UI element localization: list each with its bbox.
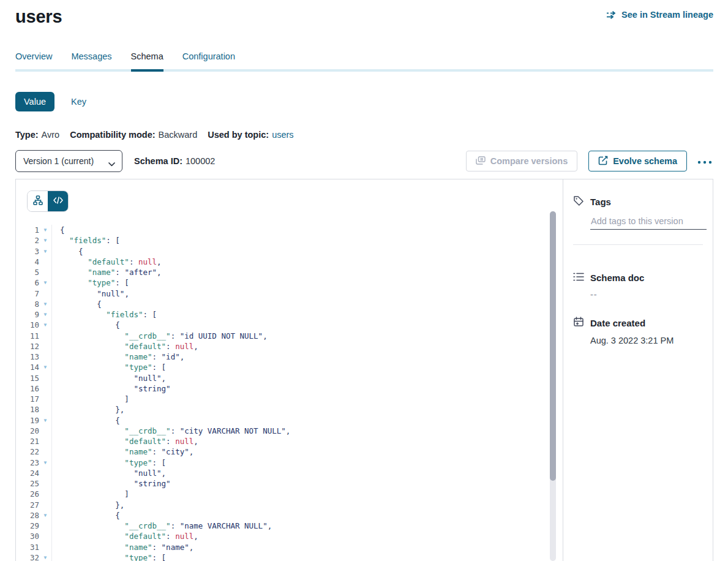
code-line: 15 "null", xyxy=(16,373,563,383)
type-value: Avro xyxy=(42,130,60,140)
fold-toggle-icon[interactable]: ▼ xyxy=(39,415,52,426)
code-line: 23▼ "type": [ xyxy=(16,457,563,468)
fold-toggle-icon[interactable]: ▼ xyxy=(39,235,52,246)
tab-schema[interactable]: Schema xyxy=(131,51,163,72)
code-line: 19▼ { xyxy=(16,415,563,426)
code-line: 28▼ { xyxy=(16,510,563,521)
code-line: 1▼{ xyxy=(16,225,563,235)
fold-gutter xyxy=(39,341,52,352)
key-toggle-button[interactable]: Key xyxy=(71,97,86,107)
fold-toggle-icon[interactable]: ▼ xyxy=(39,299,52,309)
code-line: 17 ] xyxy=(16,394,563,404)
code-line: 22 "name": "city", xyxy=(16,446,563,457)
schema-meta: Type: Avro Compatibility mode: Backward … xyxy=(15,130,713,140)
tab-overview[interactable]: Overview xyxy=(15,51,52,72)
line-number: 25 xyxy=(16,478,39,489)
code-line: 26 ] xyxy=(16,489,563,499)
page-header: users See in Stream lineage xyxy=(15,0,713,27)
value-key-toggle: Value Key xyxy=(15,92,713,111)
fold-toggle-icon[interactable]: ▼ xyxy=(39,277,52,288)
see-in-stream-lineage-link[interactable]: See in Stream lineage xyxy=(606,10,713,20)
code-line: 21 "default": null, xyxy=(16,436,563,446)
line-number: 3 xyxy=(16,246,39,257)
fold-toggle-icon[interactable]: ▼ xyxy=(39,320,52,330)
versions-icon xyxy=(476,156,486,167)
fold-toggle-icon[interactable]: ▼ xyxy=(39,309,52,320)
code-line: 6▼ "type": [ xyxy=(16,277,563,288)
code-line: 2▼ "fields": [ xyxy=(16,235,563,246)
fold-gutter xyxy=(39,373,52,383)
line-number: 22 xyxy=(16,446,39,457)
line-number: 17 xyxy=(16,394,39,404)
code-text: "default": null, xyxy=(52,341,198,352)
tag-icon xyxy=(573,195,584,208)
compare-versions-button[interactable]: Compare versions xyxy=(466,151,578,171)
tab-configuration[interactable]: Configuration xyxy=(182,51,235,72)
fold-gutter xyxy=(39,478,52,489)
code-text: "name": "city", xyxy=(52,446,193,457)
code-text: "__crdb__": "city VARCHAR NOT NULL", xyxy=(52,426,290,436)
fold-toggle-icon[interactable]: ▼ xyxy=(39,246,52,257)
code-line: 7 "null", xyxy=(16,288,563,299)
code-text: "type": [ xyxy=(52,457,166,468)
fold-gutter xyxy=(39,394,52,404)
schema-panel: 1▼{2▼ "fields": [3▼ {4 "default": null,5… xyxy=(15,179,713,561)
schema-doc-heading: Schema doc xyxy=(590,273,644,283)
line-number: 29 xyxy=(16,521,39,531)
evolve-schema-button[interactable]: Evolve schema xyxy=(588,151,687,171)
value-toggle-button[interactable]: Value xyxy=(15,92,54,111)
fold-toggle-icon[interactable]: ▼ xyxy=(39,457,52,468)
add-tags-input[interactable] xyxy=(590,216,707,230)
used-by-topic-label: Used by topic: xyxy=(208,130,269,140)
line-number: 31 xyxy=(16,542,39,552)
schema-page: users See in Stream lineage Overview Mes… xyxy=(0,0,728,561)
code-text: { xyxy=(52,415,120,426)
line-number: 27 xyxy=(16,500,39,510)
code-view-button[interactable] xyxy=(48,191,68,211)
code-line: 14▼ "type": [ xyxy=(16,362,563,372)
code-text: "null", xyxy=(52,373,166,383)
fold-toggle-icon[interactable]: ▼ xyxy=(39,510,52,521)
fold-toggle-icon[interactable]: ▼ xyxy=(39,552,52,561)
code-line: 27 }, xyxy=(16,500,563,510)
topic-link[interactable]: users xyxy=(272,130,293,140)
tab-messages[interactable]: Messages xyxy=(71,51,111,72)
version-select[interactable]: Version 1 (current) xyxy=(15,150,122,172)
code-text: "null", xyxy=(52,468,166,478)
code-text: }, xyxy=(52,404,124,415)
list-icon xyxy=(573,272,584,284)
fold-toggle-icon[interactable]: ▼ xyxy=(39,362,52,372)
code-line: 12 "default": null, xyxy=(16,341,563,352)
fold-toggle-icon[interactable]: ▼ xyxy=(39,225,52,235)
more-options-button[interactable] xyxy=(696,152,713,170)
code-line: 3▼ { xyxy=(16,246,563,257)
tags-heading: Tags xyxy=(590,197,611,207)
stream-lineage-icon xyxy=(606,11,617,19)
editor-scrollbar[interactable] xyxy=(550,211,556,561)
code-area[interactable]: 1▼{2▼ "fields": [3▼ {4 "default": null,5… xyxy=(16,225,563,561)
line-number: 21 xyxy=(16,436,39,446)
fold-gutter xyxy=(39,489,52,499)
line-number: 28 xyxy=(16,510,39,521)
line-number: 23 xyxy=(16,457,39,468)
tree-view-button[interactable] xyxy=(28,191,48,211)
code-line: 32▼ "type": [ xyxy=(16,552,563,561)
line-number: 1 xyxy=(16,225,39,235)
scrollbar-thumb[interactable] xyxy=(550,211,556,481)
compare-versions-label: Compare versions xyxy=(490,156,568,166)
type-label: Type: xyxy=(15,130,39,140)
code-text: "default": null, xyxy=(52,531,198,541)
version-select-wrapper: Version 1 (current) xyxy=(15,150,122,172)
schema-editor: 1▼{2▼ "fields": [3▼ {4 "default": null,5… xyxy=(16,179,563,561)
fold-gutter xyxy=(39,436,52,446)
tree-view-icon xyxy=(33,195,43,207)
fold-gutter xyxy=(39,500,52,510)
code-line: 24 "null", xyxy=(16,468,563,478)
page-title: users xyxy=(15,7,62,27)
fold-gutter xyxy=(39,521,52,531)
line-number: 2 xyxy=(16,235,39,246)
fold-gutter xyxy=(39,426,52,436)
code-line: 25 "string" xyxy=(16,478,563,489)
lineage-link-label: See in Stream lineage xyxy=(621,10,713,20)
version-toolbar: Version 1 (current) Schema ID: 100002 Co… xyxy=(15,150,713,172)
